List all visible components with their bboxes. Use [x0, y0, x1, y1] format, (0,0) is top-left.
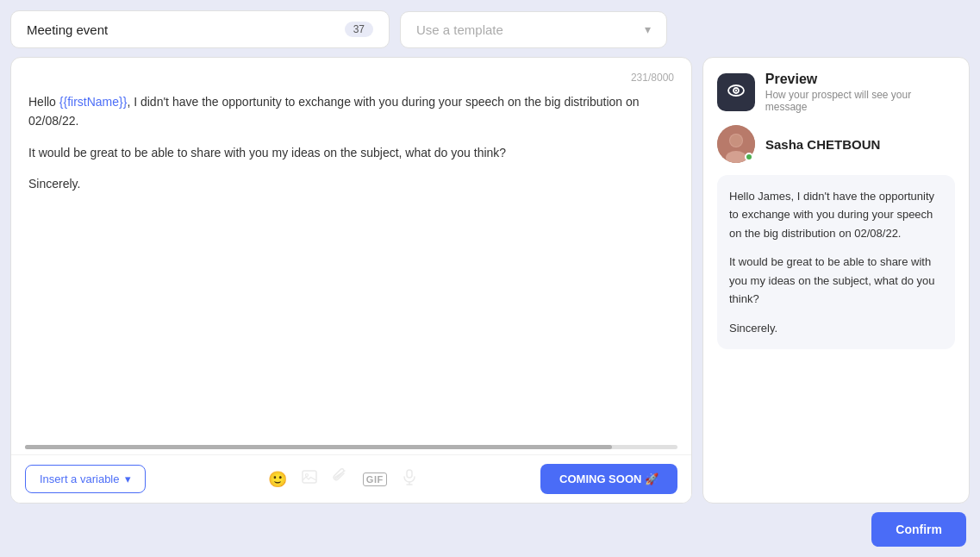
text-part-ideas: It would be great to be able to share wi…	[28, 146, 506, 160]
svg-rect-2	[407, 470, 412, 478]
image-svg	[301, 468, 318, 485]
preview-paragraph-3: Sincerely.	[729, 319, 943, 337]
svg-point-1	[305, 474, 308, 477]
image-icon[interactable]	[301, 468, 318, 490]
chevron-down-icon-btn: ▾	[125, 473, 131, 485]
mic-icon[interactable]	[401, 468, 418, 490]
gif-icon[interactable]: GIF	[363, 473, 387, 486]
contact-row: Sasha CHETBOUN	[717, 125, 955, 163]
message-paragraph-2: It would be great to be able to share wi…	[28, 143, 674, 162]
insert-variable-label: Insert a variable	[40, 473, 120, 485]
main-area: 231/8000 Hello {{firstName}}, I didn't h…	[10, 57, 970, 504]
eye-icon	[727, 81, 746, 104]
svg-rect-0	[303, 471, 316, 483]
message-paragraph-3: Sincerely.	[28, 174, 674, 193]
message-text: Hello {{firstName}}, I didn't have the o…	[28, 92, 674, 194]
preview-title: Preview	[765, 72, 955, 87]
paperclip-icon[interactable]	[332, 468, 349, 490]
online-status-dot	[745, 153, 753, 161]
preview-message-box: Hello James, I didn't have the opportuni…	[717, 175, 955, 349]
confirm-button[interactable]: Confirm	[871, 512, 966, 547]
mic-svg	[401, 468, 418, 485]
event-name-box: Meeting event 37	[10, 10, 390, 48]
preview-message-text: Hello James, I didn't have the opportuni…	[729, 187, 943, 337]
top-bar: Meeting event 37 Use a template ▾	[10, 10, 970, 48]
paperclip-svg	[332, 468, 349, 485]
text-part-sincerely: Sincerely.	[28, 177, 80, 191]
bottom-toolbar: Insert a variable ▾ 🙂 GIF	[11, 454, 691, 503]
template-dropdown[interactable]: Use a template ▾	[400, 11, 667, 48]
preview-icon-box	[717, 73, 755, 111]
bottom-action-bar: Confirm	[10, 512, 970, 547]
preview-paragraph-2: It would be great to be able to share wi…	[729, 253, 943, 308]
scrollbar-thumb	[25, 445, 612, 449]
svg-point-11	[730, 135, 742, 147]
preview-title-group: Preview How your prospect will see your …	[765, 72, 955, 113]
char-counter: 231/8000	[28, 72, 674, 84]
preview-subtitle: How your prospect will see your message	[765, 89, 955, 113]
coming-soon-button[interactable]: COMING SOON 🚀	[540, 464, 677, 494]
scrollbar-track	[25, 445, 677, 449]
svg-point-7	[735, 89, 737, 91]
text-part-hello: Hello	[28, 95, 59, 109]
message-paragraph-1: Hello {{firstName}}, I didn't have the o…	[28, 92, 674, 131]
chevron-down-icon: ▾	[645, 22, 651, 36]
event-name-text: Meeting event	[27, 22, 108, 37]
preview-section: Preview How your prospect will see your …	[702, 57, 970, 504]
insert-variable-button[interactable]: Insert a variable ▾	[25, 465, 146, 493]
avatar-wrapper	[717, 125, 755, 163]
editor-section: 231/8000 Hello {{firstName}}, I didn't h…	[10, 57, 692, 504]
scrollbar-area	[11, 438, 691, 454]
editor-content[interactable]: 231/8000 Hello {{firstName}}, I didn't h…	[11, 58, 691, 438]
toolbar-icons: 🙂 GIF	[158, 468, 529, 490]
contact-name: Sasha CHETBOUN	[765, 137, 880, 152]
preview-paragraph-1: Hello James, I didn't have the opportuni…	[729, 187, 943, 242]
preview-header: Preview How your prospect will see your …	[717, 72, 955, 113]
variable-firstname: {{firstName}}	[59, 95, 128, 109]
template-placeholder-text: Use a template	[416, 22, 503, 37]
char-count-badge: 37	[345, 22, 373, 37]
emoji-icon[interactable]: 🙂	[268, 470, 287, 489]
